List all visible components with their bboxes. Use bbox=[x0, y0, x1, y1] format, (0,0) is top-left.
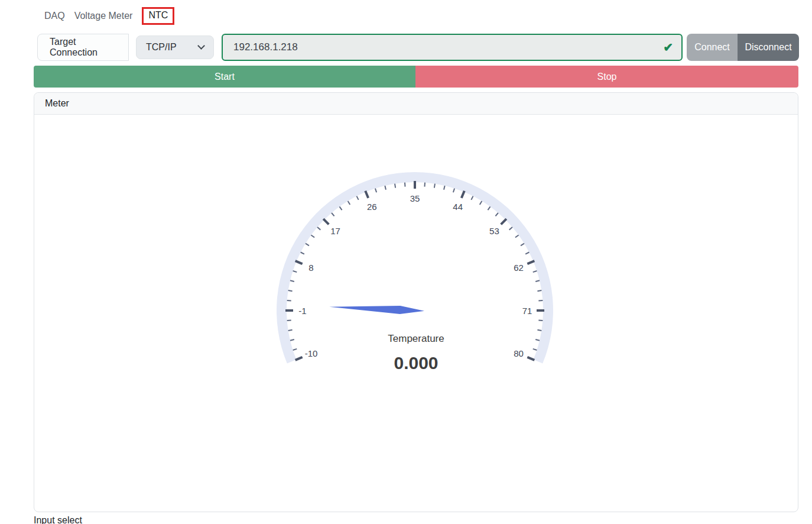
gauge-tick-label: 35 bbox=[410, 193, 420, 203]
tab-ntc[interactable]: NTC bbox=[142, 7, 174, 25]
check-icon: ✔ bbox=[663, 40, 673, 54]
gauge-minor-tick bbox=[385, 186, 386, 190]
gauge-minor-tick bbox=[444, 186, 445, 190]
gauge-tick-label: 8 bbox=[308, 263, 313, 273]
meter-panel: Meter -10-181726354453627180Temperature0… bbox=[34, 92, 798, 512]
gauge-tick-label: -1 bbox=[298, 306, 306, 316]
gauge-minor-tick bbox=[287, 320, 291, 321]
gauge-tick-label: 80 bbox=[514, 348, 524, 358]
gauge-minor-tick bbox=[537, 330, 541, 331]
gauge-minor-tick bbox=[306, 244, 309, 246]
gauge-minor-tick bbox=[293, 349, 297, 350]
address-field-wrap: ✔ bbox=[222, 34, 683, 61]
chevron-down-icon bbox=[197, 42, 205, 50]
gauge-minor-tick bbox=[535, 280, 540, 282]
gauge-minor-tick bbox=[395, 184, 395, 188]
gauge-major-tick bbox=[527, 357, 534, 360]
meter-panel-body: -10-181726354453627180Temperature0.000 bbox=[34, 115, 798, 512]
gauge-major-tick bbox=[323, 219, 329, 224]
gauge-major-tick bbox=[501, 219, 506, 224]
gauge-major-tick bbox=[295, 261, 303, 264]
gauge-minor-tick bbox=[533, 349, 537, 350]
gauge-minor-tick bbox=[515, 235, 519, 237]
gauge-tick-label: 17 bbox=[330, 226, 340, 236]
gauge-major-tick bbox=[527, 261, 534, 264]
gauge-minor-tick bbox=[453, 189, 454, 193]
gauge-minor-tick bbox=[521, 244, 524, 246]
gauge-minor-tick bbox=[434, 184, 435, 188]
gauge-minor-tick bbox=[311, 235, 314, 237]
connect-button[interactable]: Connect bbox=[687, 34, 738, 61]
meter-panel-title: Meter bbox=[45, 98, 69, 109]
gauge-minor-tick bbox=[495, 213, 498, 216]
gauge-minor-tick bbox=[356, 196, 358, 200]
gauge-minor-tick bbox=[348, 201, 350, 205]
run-control-bar: Start Stop bbox=[34, 66, 798, 88]
gauge-minor-tick bbox=[509, 227, 512, 230]
connection-bar: Target Connection TCP/IP ✔ Connect Disco… bbox=[37, 34, 812, 61]
gauge-minor-tick bbox=[538, 300, 543, 301]
gauge-minor-tick bbox=[339, 206, 342, 210]
gauge-minor-tick bbox=[288, 290, 293, 291]
gauge-tick-label: -10 bbox=[305, 348, 318, 358]
protocol-select-value: TCP/IP bbox=[146, 42, 177, 53]
gauge-minor-tick bbox=[533, 271, 537, 272]
gauge-minor-tick bbox=[375, 189, 376, 193]
gauge-needle bbox=[329, 306, 424, 314]
gauge-minor-tick bbox=[290, 280, 294, 282]
gauge-minor-tick bbox=[288, 330, 293, 331]
gauge-tick-label: 62 bbox=[514, 263, 524, 273]
gauge-minor-tick bbox=[537, 290, 541, 291]
gauge-minor-tick bbox=[424, 183, 425, 187]
temperature-gauge: -10-181726354453627180Temperature0.000 bbox=[259, 161, 572, 386]
gauge-minor-tick bbox=[480, 201, 482, 205]
gauge-minor-tick bbox=[332, 213, 334, 216]
target-connection-label: Target Connection bbox=[37, 34, 129, 61]
gauge-minor-tick bbox=[287, 300, 291, 301]
gauge-tick-label: 26 bbox=[367, 202, 377, 212]
meter-panel-header: Meter bbox=[34, 93, 798, 115]
gauge-minor-tick bbox=[293, 271, 297, 272]
gauge-major-tick bbox=[462, 191, 465, 198]
tab-bar: DAQ Voltage Meter NTC bbox=[44, 5, 812, 27]
gauge-title: Temperature bbox=[388, 333, 444, 344]
input-select-label: Input select bbox=[34, 515, 812, 524]
gauge-minor-tick bbox=[471, 196, 473, 200]
gauge-major-tick bbox=[365, 191, 368, 198]
gauge-tick-label: 71 bbox=[522, 306, 532, 316]
gauge-minor-tick bbox=[525, 252, 529, 254]
gauge-minor-tick bbox=[317, 227, 320, 230]
gauge-minor-tick bbox=[538, 320, 543, 321]
tab-daq[interactable]: DAQ bbox=[44, 11, 65, 21]
gauge-minor-tick bbox=[405, 183, 405, 187]
tab-voltage-meter[interactable]: Voltage Meter bbox=[74, 11, 133, 21]
protocol-select[interactable]: TCP/IP bbox=[136, 35, 214, 59]
disconnect-button[interactable]: Disconnect bbox=[738, 34, 799, 61]
connection-buttons: Connect Disconnect bbox=[687, 34, 799, 61]
gauge-tick-label: 53 bbox=[489, 226, 499, 236]
stop-button[interactable]: Stop bbox=[415, 66, 798, 88]
gauge-minor-tick bbox=[290, 339, 294, 341]
start-button[interactable]: Start bbox=[34, 66, 415, 88]
gauge-major-tick bbox=[295, 357, 303, 360]
gauge-minor-tick bbox=[535, 339, 540, 341]
gauge-tick-label: 44 bbox=[453, 202, 463, 212]
gauge-minor-tick bbox=[301, 252, 304, 254]
ip-address-input[interactable] bbox=[222, 34, 683, 61]
gauge-value: 0.000 bbox=[394, 353, 438, 373]
gauge-minor-tick bbox=[488, 206, 490, 210]
